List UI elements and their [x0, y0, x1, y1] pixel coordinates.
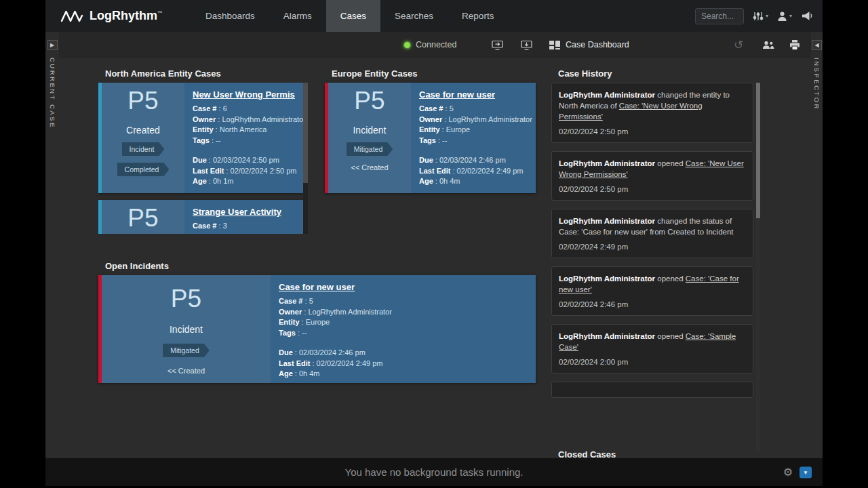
europe-section-title: Europe Entity Cases [332, 68, 417, 79]
download-arrow-icon: ▼ [803, 469, 808, 475]
nav-tab-alarms[interactable]: Alarms [269, 0, 326, 32]
expand-inspector-button[interactable]: ◀ [812, 40, 822, 50]
spacer [279, 338, 528, 348]
field-value: : 5 [302, 297, 313, 305]
case-due: Due : 02/03/2024 2:46 pm [279, 348, 528, 359]
history-text: LogRhythm Administrator changed the stat… [559, 216, 746, 237]
history-timestamp: 02/02/2024 2:46 pm [559, 300, 746, 308]
search-input[interactable] [695, 8, 744, 24]
status-badge-mitigated: Mitigated [163, 344, 210, 357]
north-america-scrollbar[interactable] [303, 83, 308, 234]
history-text: LogRhythm Administrator opened Case: 'Ca… [559, 273, 746, 295]
field-value: : 02/02/2024 2:49 pm [310, 359, 382, 367]
field-label: Owner [279, 308, 302, 316]
case-due: Due : 02/03/2024 2:46 pm [419, 155, 528, 166]
history-timestamp: 02/02/2024 2:49 pm [559, 243, 746, 251]
case-history-list: LogRhythm Administrator changed the enti… [551, 83, 753, 458]
field-value: : North America [214, 125, 267, 134]
chevron-down-icon: ▾ [766, 13, 768, 19]
scrollbar-thumb[interactable] [756, 83, 760, 218]
case-card-strange-user-activity[interactable]: P5 Strange User Activity Case # : 3 Owne… [98, 200, 303, 234]
case-title-link[interactable]: Case for new user [419, 89, 528, 100]
background-tasks-message: You have no background tasks running. [345, 466, 524, 478]
case-priority: P5 [127, 85, 158, 117]
collaborators-button[interactable] [762, 32, 774, 58]
status-badge-mitigated: Mitigated [347, 142, 393, 156]
export-dashboard-button[interactable] [521, 32, 532, 58]
case-number: Case # : 6 [193, 104, 295, 115]
created-marker: << Created [167, 367, 205, 375]
trademark: ™ [157, 10, 163, 16]
field-value: : 3 [216, 222, 226, 230]
connection-status: Connected [404, 32, 456, 58]
background-tasks-bar: You have no background tasks running. ⚙ … [45, 458, 823, 486]
field-label: Last Edit [279, 359, 310, 367]
settings-gear-icon[interactable]: ⚙ [783, 467, 793, 478]
dashboard-selector[interactable]: Case Dashboard [549, 32, 629, 58]
case-details: Strange User Activity Case # : 3 Owner :… [184, 200, 303, 234]
case-tags: Tags : -- [419, 136, 528, 146]
field-value: : 6 [216, 104, 226, 113]
field-value: : -- [210, 136, 221, 144]
open-dashboard-window-button[interactable] [492, 32, 503, 58]
case-history-entry: LogRhythm Administrator opened Case: 'Ca… [551, 266, 753, 316]
case-title-link[interactable]: Case for new user [279, 282, 528, 292]
field-label: Case # [419, 104, 443, 113]
case-title-link[interactable]: New User Wrong Permis... [193, 89, 295, 100]
case-card-new-user-wrong-permissions[interactable]: P5 Created Incident Completed New User W… [98, 83, 303, 193]
history-actor: LogRhythm Administrator [559, 217, 655, 225]
field-value: : LogRhythm Administrator [442, 115, 532, 123]
connected-dot-icon [404, 42, 410, 48]
case-history-entry: LogRhythm Administrator changed the stat… [551, 209, 753, 258]
history-action: opened [655, 332, 686, 340]
monitor-download-icon [521, 40, 532, 50]
field-label: Age [419, 177, 433, 185]
open-incidents-section-title: Open Incidents [105, 261, 169, 271]
undo-button[interactable]: ↺ [734, 32, 743, 58]
field-label: Entity [419, 125, 440, 134]
case-title-link[interactable]: Strange User Activity [193, 207, 295, 217]
downloads-button[interactable]: ▼ [800, 466, 812, 478]
announcements-button[interactable] [801, 11, 813, 21]
case-status: Incident [170, 324, 203, 335]
current-case-tab[interactable]: CURRENT CASE [49, 58, 56, 129]
monitor-arrow-icon [492, 40, 503, 50]
print-button[interactable] [789, 32, 800, 58]
case-toolbar: Connected Case Dashboard [45, 32, 823, 58]
history-actor: LogRhythm Administrator [559, 332, 655, 340]
user-menu[interactable]: ▾ [777, 11, 792, 22]
scrollbar-thumb[interactable] [303, 83, 308, 183]
field-value: : LogRhythm Administrator [216, 115, 303, 123]
field-label: Case # [193, 104, 216, 113]
nav-tab-searches[interactable]: Searches [380, 0, 448, 32]
nav-tab-dashboards[interactable]: Dashboards [191, 0, 269, 32]
field-label: Due [193, 156, 207, 164]
open-incident-card-case-for-new-user[interactable]: P5 Incident Mitigated << Created Case fo… [98, 275, 536, 383]
filter-sliders-menu[interactable]: ▾ [753, 11, 768, 22]
history-actor: LogRhythm Administrator [559, 274, 655, 283]
field-value: : 0h 1m [207, 177, 234, 185]
case-priority: P5 [171, 283, 201, 314]
case-history-entry: LogRhythm Administrator changed the enti… [551, 83, 753, 143]
case-history-entry [551, 382, 753, 398]
dashboard-selector-label: Case Dashboard [566, 40, 629, 49]
nav-tab-reports[interactable]: Reports [448, 0, 508, 32]
case-history-scrollbar[interactable] [756, 83, 760, 452]
field-label: Tags [279, 329, 296, 337]
field-label: Tags [193, 136, 210, 144]
case-last-edit: Last Edit : 02/02/2024 2:49 pm [279, 359, 528, 369]
top-navigation-bar: LogRhythm™ Dashboards Alarms Cases Searc… [45, 0, 823, 32]
expand-current-case-button[interactable]: ▶ [47, 40, 58, 50]
case-priority-panel: P5 Incident Mitigated << Created [328, 83, 411, 193]
field-value: : 0h 4m [293, 369, 320, 378]
field-value: : 02/02/2024 2:49 pm [450, 167, 523, 175]
nav-tab-cases[interactable]: Cases [326, 0, 380, 32]
inspector-tab[interactable]: INSPECTOR [813, 58, 821, 110]
nav-right-cluster: ▾ ▾ [695, 0, 813, 32]
case-entity: Entity : North America [193, 125, 295, 136]
case-number: Case # : 5 [419, 104, 528, 115]
case-card-case-for-new-user[interactable]: P5 Incident Mitigated << Created Case fo… [325, 83, 536, 193]
field-label: Owner [419, 115, 442, 123]
logrhythm-logo-icon [60, 9, 83, 23]
field-value: : 5 [443, 104, 453, 113]
